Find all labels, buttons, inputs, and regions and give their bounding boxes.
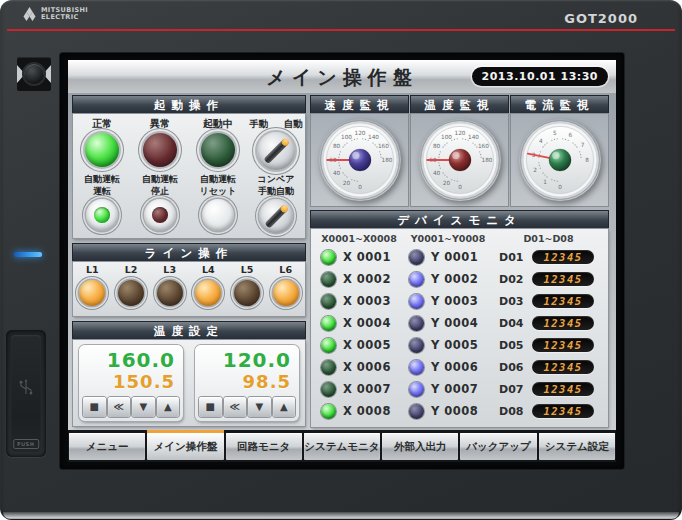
tab-1[interactable]: メニュー: [69, 433, 145, 460]
starting-lamp: [201, 133, 235, 167]
temperature-setting-header: 温度設定: [73, 322, 305, 340]
d-device-row: D0212345: [493, 268, 604, 290]
temp2-up-button[interactable]: ▲: [273, 397, 296, 417]
switch1-auto-label: 自動: [284, 117, 303, 130]
tab-5[interactable]: 外部入出力: [382, 433, 458, 460]
auto-reset-button[interactable]: [202, 199, 234, 231]
d-value-display: 12345: [532, 382, 594, 396]
conveyor-selector-switch[interactable]: [259, 199, 293, 233]
line-lamp-l6[interactable]: [273, 280, 299, 306]
d-device-row: D0612345: [493, 356, 604, 378]
y-lamp-1: [409, 250, 424, 265]
svg-text:4: 4: [539, 138, 543, 144]
y-device-label: Y 0006: [431, 360, 478, 374]
current-gauge-header: 電流監視: [511, 96, 608, 114]
temp2-down-button[interactable]: ▼: [248, 397, 271, 417]
temp2-fast-down-button[interactable]: ≪: [224, 397, 247, 417]
line-lamp-label: L5: [241, 264, 254, 276]
auto-stop-button-cell: 自動運転 停止: [131, 173, 189, 233]
svg-text:20: 20: [442, 180, 450, 186]
tab-2[interactable]: メイン操作盤: [147, 433, 223, 460]
error-lamp-label: 異常: [150, 117, 170, 130]
tab-3[interactable]: 回路モニタ: [226, 433, 302, 460]
line-lamp-l2[interactable]: [118, 280, 144, 306]
d-device-row: D0412345: [493, 312, 604, 334]
usb-door[interactable]: PUSH: [6, 330, 46, 457]
d-device-label: D01: [499, 251, 525, 264]
d-value-display: 12345: [532, 338, 594, 352]
d-value-display: 12345: [532, 272, 594, 286]
tab-7[interactable]: システム設定: [539, 433, 615, 460]
conveyor-title: コンベア: [257, 173, 295, 185]
auto-run-label1: 自動運転: [84, 173, 120, 185]
temp1-stop-button[interactable]: ■: [83, 397, 106, 417]
y-device-row: Y 0002: [403, 268, 493, 290]
x-lamp-7: [321, 382, 336, 397]
temp1-up-button[interactable]: ▲: [157, 397, 180, 417]
temp1-fast-down-button[interactable]: ≪: [108, 397, 131, 417]
device-monitor-panel: デバイスモニタ X0001~X0008 X 0001X 0002X 0003X …: [311, 211, 608, 427]
model-label: GOT2000: [564, 11, 638, 26]
power-led: [14, 252, 42, 257]
svg-text:160: 160: [477, 143, 488, 149]
auto-stop-button[interactable]: [144, 199, 176, 231]
line-lamp-l4[interactable]: [195, 280, 221, 306]
temperature-controller-1: 160.0 150.5 ■ ≪ ▼ ▲: [79, 345, 183, 421]
d-device-row: D0312345: [493, 290, 604, 312]
x-lamp-1: [321, 250, 336, 265]
auto-stop-label2: 停止: [142, 185, 178, 197]
line-lamp-cell: L3: [150, 264, 189, 316]
temp-gauge-panel: 温度監視020406080100120140160180: [411, 96, 508, 206]
x-device-label: X 0005: [343, 338, 391, 352]
line-lamp-l1[interactable]: [79, 280, 105, 306]
line-lamp-l3[interactable]: [157, 280, 183, 306]
brand-line2: ELECTRIC: [41, 14, 88, 21]
svg-text:80: 80: [332, 143, 340, 149]
speed-gauge-body: 020406080100120140160180: [311, 114, 408, 206]
line-lamp-label: L2: [125, 264, 138, 276]
x-device-row: X 0007: [315, 378, 403, 400]
x-device-label: X 0002: [343, 272, 391, 286]
x-device-row: X 0004: [315, 312, 403, 334]
d-device-label: D05: [499, 339, 525, 352]
line-lamp-label: L1: [86, 264, 99, 276]
d-device-row: D0112345: [493, 246, 604, 268]
x-device-label: X 0001: [343, 250, 391, 264]
startup-operation-panel: 起動操作 正常 異常: [73, 96, 305, 238]
screen-titlebar: メイン操作盤 2013.10.01 13:30: [68, 60, 616, 93]
selector-lever-icon: [264, 204, 288, 228]
y-lamp-3: [409, 294, 424, 309]
line-operation-panel: ライン操作 L1L2L3L4L5L6: [73, 244, 305, 316]
line-lamp-l5[interactable]: [234, 280, 260, 306]
d-device-row: D0712345: [493, 378, 604, 400]
x-lamp-4: [321, 316, 336, 331]
starting-lamp-label: 起動中: [203, 117, 233, 130]
auto-stop-label1: 自動運転: [142, 173, 178, 185]
push-label: PUSH: [13, 439, 39, 449]
tab-4[interactable]: システムモニタ: [304, 433, 380, 460]
x-device-row: X 0006: [315, 356, 403, 378]
usb-icon: [18, 379, 34, 397]
error-lamp: [143, 133, 177, 167]
d-device-label: D07: [499, 383, 525, 396]
auto-run-button[interactable]: [86, 199, 118, 231]
screen-content: 起動操作 正常 異常: [68, 93, 616, 430]
y-device-row: Y 0001: [403, 246, 493, 268]
svg-text:1: 1: [543, 179, 547, 185]
temp1-down-button[interactable]: ▼: [132, 397, 155, 417]
auto-run-label2: 運転: [84, 185, 120, 197]
tab-6[interactable]: バックアップ: [460, 433, 536, 460]
temp2-stop-button[interactable]: ■: [199, 397, 222, 417]
svg-text:140: 140: [468, 134, 479, 140]
x-lamp-6: [321, 360, 336, 375]
switch1-manual-label: 手動: [249, 117, 268, 130]
d-value-display: 12345: [532, 316, 594, 330]
y-device-label: Y 0005: [431, 338, 478, 352]
line-lamp-cell: L4: [189, 264, 228, 316]
manual-auto-selector-switch[interactable]: [257, 132, 295, 170]
y-device-label: Y 0001: [431, 250, 478, 264]
svg-text:160: 160: [377, 143, 388, 149]
x-lamp-3: [321, 294, 336, 309]
y-lamp-5: [409, 338, 424, 353]
d-value-display: 12345: [532, 250, 594, 264]
